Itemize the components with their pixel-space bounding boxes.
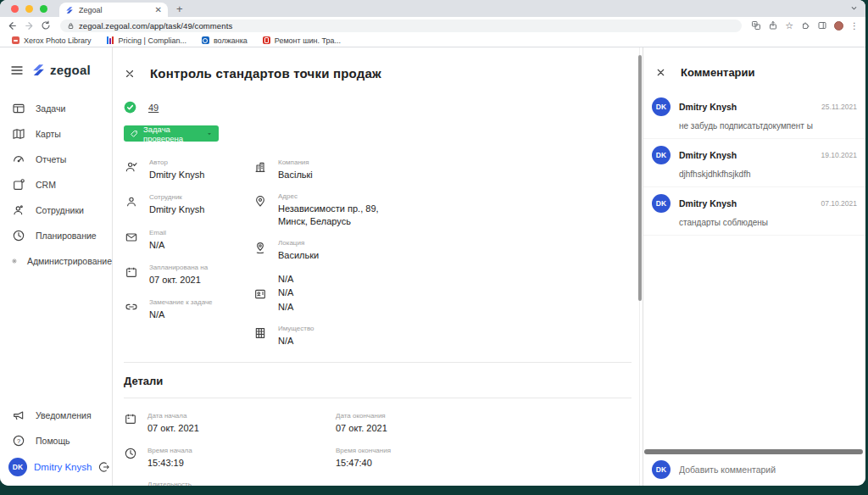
lock-icon [67, 22, 75, 30]
forward-button[interactable] [24, 20, 35, 31]
vertical-scrollbar-thumb[interactable] [638, 55, 642, 301]
comment-input[interactable] [679, 464, 857, 475]
details-row-dates: Дата начала07 окт. 2021 Дата окончания 0… [124, 412, 643, 434]
tag-icon [130, 130, 138, 138]
sidebar-item-reports[interactable]: Отчеты [0, 147, 112, 172]
bookmark-favicon [263, 36, 270, 44]
field-contact: N/A N/A N/A [253, 273, 414, 313]
profile-avatar[interactable] [834, 21, 843, 31]
person-icon [125, 195, 138, 209]
tasks-icon [12, 102, 25, 115]
crm-icon [12, 178, 25, 192]
address-bar[interactable]: zegoal.zegoal.com/app/task/49/comments [60, 19, 742, 32]
tab-search-chevron-icon[interactable] [849, 3, 859, 13]
sidebar-item-administration[interactable]: Администрирование [0, 248, 112, 274]
share-icon[interactable] [768, 20, 778, 31]
logo-text: zegoal [50, 63, 91, 77]
comment-avatar: DK [652, 194, 670, 213]
clock-icon [12, 229, 25, 242]
field-label: Компания [278, 159, 313, 166]
company-icon [253, 160, 267, 174]
minimize-window-button[interactable] [25, 5, 33, 13]
close-window-button[interactable] [11, 5, 19, 13]
sidebar-item-label: Уведомления [36, 410, 92, 420]
tab-close-icon[interactable]: ✕ [155, 6, 162, 14]
sidebar-item-help[interactable]: ? Помощь [0, 428, 112, 453]
section-divider [124, 398, 632, 398]
calendar-icon [124, 412, 137, 425]
sidebar-item-planning[interactable]: Планирование [0, 223, 112, 248]
sidebar-item-crm[interactable]: CRM [0, 172, 112, 197]
comment-text: djhfhskjdhkfhsjkdfh [679, 170, 857, 179]
horizontal-scrollbar-thumb[interactable] [644, 449, 863, 454]
field-value: Васильки [278, 249, 319, 261]
comment-date: 25.11.2021 [821, 103, 857, 111]
sidebar-item-tasks[interactable]: Задачи [0, 96, 112, 121]
field-scheduled: Запланирована на07 окт. 2021 [124, 264, 253, 286]
task-detail-panel: Контроль стандартов точки продаж 49 Зада… [113, 47, 643, 486]
field-location: ЛокацияВасильки [253, 239, 414, 261]
task-status-button[interactable]: Задача проверена [124, 125, 219, 142]
extensions-icon[interactable] [800, 20, 810, 31]
section-divider [124, 362, 632, 363]
comment-date: 19.10.2021 [821, 151, 857, 159]
details-row-times: Время начала15:43:19 Время окончания 15:… [124, 447, 643, 469]
sidebar-item-employees[interactable]: Сотрудники [0, 197, 112, 223]
help-icon: ? [12, 434, 25, 448]
browser-tab[interactable]: Zegoal ✕ [59, 3, 168, 17]
bookmark-star-icon[interactable]: ☆ [785, 21, 793, 31]
field-value: 15:43:19 [147, 457, 192, 469]
translate-icon[interactable] [751, 20, 761, 31]
bookmark-item[interactable]: Ремонт шин. Тра... [263, 36, 341, 45]
field-value: N/A [278, 301, 293, 313]
browser-window: Zegoal ✕ + zegoal.zegoal.com/app/task/49… [0, 0, 865, 486]
window-controls [11, 5, 47, 13]
sidebar-item-label: Помощь [36, 436, 70, 446]
field-value: Dmitry Knysh [149, 203, 204, 215]
bookmark-label: Xerox Photo Library [24, 36, 92, 45]
field-label: Время начала [147, 447, 192, 454]
bookmark-item[interactable]: Pricing | Complian... [107, 36, 186, 45]
field-employee: СотрудникDmitry Knysh [124, 193, 253, 215]
field-value: Независимости пр., 89, Минск, Беларусь [278, 203, 380, 227]
field-property: ИмуществоN/A [253, 325, 414, 347]
sidebar-item-notifications[interactable]: Уведомления [0, 403, 112, 428]
task-id-link[interactable]: 49 [148, 103, 159, 113]
back-button[interactable] [7, 20, 18, 31]
comment-item: DK Dmitry Knysh 25.11.2021 не забудь под… [643, 91, 865, 139]
comment-text: стандарты соблюдены [679, 218, 857, 227]
side-panel-icon[interactable] [817, 20, 827, 31]
field-value: N/A [149, 309, 213, 320]
zoom-window-button[interactable] [40, 5, 47, 13]
comments-panel: Комментарии DK Dmitry Knysh 25.11.2021 н… [643, 47, 865, 486]
field-value: N/A [278, 286, 293, 298]
hamburger-menu-icon[interactable] [10, 64, 24, 77]
comment-author: Dmitry Knysh [679, 150, 812, 160]
field-company: КомпанияВасількі [253, 159, 414, 181]
close-task-icon[interactable] [124, 68, 136, 80]
bookmark-label: волжанка [214, 36, 248, 45]
logout-icon[interactable] [98, 461, 110, 473]
sidebar-user[interactable]: DK Dmitry Knysh [0, 453, 112, 481]
sidebar-item-label: Сотрудники [36, 205, 84, 215]
browser-toolbar: zegoal.zegoal.com/app/task/49/comments ☆… [0, 17, 865, 34]
field-label: Автор [149, 159, 204, 166]
sidebar-item-maps[interactable]: Карты [0, 121, 112, 147]
status-check-icon [124, 101, 136, 114]
employees-icon [12, 203, 25, 217]
bookmark-item[interactable]: Xerox Photo Library [12, 36, 92, 45]
sidebar-item-label: Карты [36, 129, 61, 139]
menu-dots-icon[interactable]: ⋮ [850, 21, 859, 31]
comments-title: Комментарии [681, 66, 755, 79]
sidebar-item-label: Планирование [36, 231, 97, 241]
bookmark-favicon [107, 36, 114, 44]
close-comments-icon[interactable] [655, 67, 666, 78]
sidebar-item-label: CRM [36, 180, 56, 190]
zegoal-app: zegoal Задачи Карты Отчеты CRM [0, 47, 865, 486]
megaphone-icon [12, 409, 25, 422]
new-tab-button[interactable]: + [176, 3, 183, 15]
reload-button[interactable] [41, 20, 51, 31]
map-icon [12, 127, 25, 141]
bookmark-item[interactable]: волжанка [202, 36, 248, 45]
comment-item: DK Dmitry Knysh 19.10.2021 djhfhskjdhkfh… [643, 139, 865, 187]
